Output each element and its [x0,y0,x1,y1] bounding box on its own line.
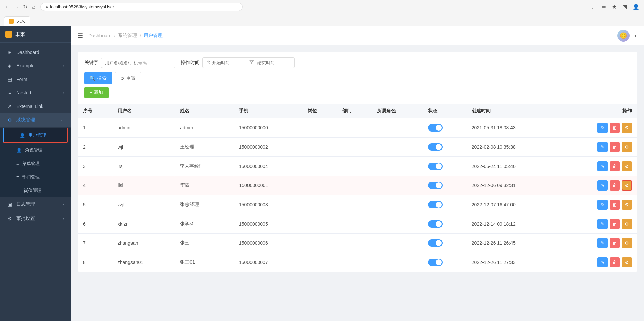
edit-button[interactable]: ✎ [597,123,608,133]
status-toggle[interactable] [428,124,443,132]
sub-menu-label: 用户管理 [28,132,46,138]
search-button[interactable]: 🔍 搜索 [84,72,112,84]
delete-icon: 🗑 [612,202,617,207]
cell-actions: ✎ 🗑 ⚙ [560,195,637,214]
delete-button[interactable]: 🗑 [610,123,620,133]
sidebar-item-nested[interactable]: ≡ Nested › [0,86,71,99]
sidebar-item-user-mgmt[interactable]: 👤 用户管理 [3,128,67,142]
settings-button[interactable]: ⚙ [622,180,632,191]
cell-status [422,118,466,138]
status-toggle[interactable] [428,163,443,170]
edit-button[interactable]: ✎ [597,219,608,229]
sidebar-item-label: Form [16,77,64,82]
address-bar[interactable]: ● localhost:9528/#/system/sysUser [40,3,243,11]
sidebar-item-label: 日志管理 [16,201,59,207]
translate-icon[interactable]:  [589,3,597,11]
delete-button[interactable]: 🗑 [610,180,620,191]
home-button[interactable]: ⌂ [30,4,37,10]
settings-icon: ⚙ [625,164,629,169]
cell-id: 5 [78,195,112,214]
sidebar-logo: 未来 [0,26,71,43]
settings-button[interactable]: ⚙ [622,219,632,229]
edit-button[interactable]: ✎ [597,257,608,267]
sidebar-item-external-link[interactable]: ↗ External Link [0,99,71,113]
col-phone: 手机 [234,104,302,118]
delete-button[interactable]: 🗑 [610,161,620,171]
end-date-input[interactable] [257,60,291,65]
bookmark-icon[interactable]: ★ [610,3,618,11]
sidebar-item-system[interactable]: ⚙ 系统管理 ⌄ [0,113,71,127]
avatar[interactable]: 😊 [617,30,630,42]
settings-button[interactable]: ⚙ [622,257,632,267]
cell-name: 张学科 [175,214,234,234]
url-text: localhost:9528/#/system/sysUser [50,4,114,9]
keyword-field: 关键字 [84,58,175,68]
cell-name: 张三 [175,234,234,253]
sidebar-item-dept-mgmt[interactable]: ≡ 部门管理 [0,170,71,184]
edit-button[interactable]: ✎ [597,142,608,152]
delete-button[interactable]: 🗑 [610,200,620,210]
add-button[interactable]: + 添加 [84,87,109,98]
chevron-right-icon: › [63,216,64,221]
back-button[interactable]: ← [4,4,11,10]
status-toggle[interactable] [428,143,443,151]
cell-post [302,118,337,138]
breadcrumb-system[interactable]: 系统管理 [118,33,137,39]
cell-phone: 15000000004 [234,157,302,176]
edit-button[interactable]: ✎ [597,238,608,248]
status-toggle[interactable] [428,239,443,247]
reset-button[interactable]: ↺ 重置 [115,72,141,84]
sidebar-item-log[interactable]: ▣ 日志管理 › [0,197,71,211]
settings-icon: ⚙ [625,240,629,246]
cell-actions: ✎ 🗑 ⚙ [560,234,637,253]
split-icon[interactable]: ◥ [621,3,629,11]
keyword-input[interactable] [101,58,175,68]
cell-name: 张总经理 [175,195,234,214]
table-row: 8zhangsan01张三0115000000007 2022-12-26 11… [78,253,637,272]
avatar-dropdown-icon[interactable]: ▼ [634,34,637,38]
status-toggle[interactable] [428,201,443,208]
settings-button[interactable]: ⚙ [622,238,632,248]
reset-icon: ↺ [120,76,124,81]
forward-button[interactable]: → [13,4,20,10]
status-toggle[interactable] [428,182,443,189]
sidebar-item-role-mgmt[interactable]: 👤 角色管理 [0,143,71,157]
edit-icon: ✎ [601,240,605,246]
chevron-right-icon: › [63,91,64,95]
delete-icon: 🗑 [612,260,617,265]
hamburger-icon[interactable]: ☰ [78,32,83,39]
delete-button[interactable]: 🗑 [610,238,620,248]
status-toggle[interactable] [428,220,443,228]
sidebar-item-post-mgmt[interactable]: ⋯ 岗位管理 [0,184,71,197]
reload-button[interactable]: ↻ [22,4,28,10]
sidebar-item-approval[interactable]: ⚙ 审批设置 › [0,211,71,226]
edit-button[interactable]: ✎ [597,180,608,191]
main-content: ☰ Dashboard / 系统管理 / 用户管理 😊 ▼ 关键 [71,26,644,321]
profile-icon[interactable]: 👤 [632,3,640,11]
delete-button[interactable]: 🗑 [610,257,620,267]
share-icon[interactable]: ⇒ [599,3,608,11]
add-btn-label: + 添加 [90,90,103,96]
cell-created: 2022-05-24 11:05:40 [466,157,560,176]
edit-button[interactable]: ✎ [597,161,608,171]
delete-button[interactable]: 🗑 [610,142,620,152]
sidebar-item-example[interactable]: ◈ Example › [0,59,71,72]
settings-button[interactable]: ⚙ [622,161,632,171]
status-toggle[interactable] [428,259,443,266]
logo-icon [5,31,12,38]
start-date-input[interactable] [212,60,246,65]
cell-status [422,214,466,234]
settings-button[interactable]: ⚙ [622,142,632,152]
delete-button[interactable]: 🗑 [610,219,620,229]
sidebar-item-menu-mgmt[interactable]: ≡ 菜单管理 [0,157,71,170]
cell-phone: 15000000005 [234,214,302,234]
sidebar-item-dashboard[interactable]: ⊞ Dashboard [0,46,71,59]
settings-button[interactable]: ⚙ [622,200,632,210]
settings-button[interactable]: ⚙ [622,123,632,133]
table-body: 1adminadmin15000000000 2021-05-31 18:08:… [78,118,637,272]
edit-button[interactable]: ✎ [597,200,608,210]
sidebar-item-form[interactable]: ▤ Form [0,72,71,86]
table-row: 4lisi李四15000000001 2022-12-06 09:32:31 ✎… [78,176,637,195]
breadcrumb-dashboard[interactable]: Dashboard [88,33,112,38]
active-tab[interactable]: 未来 [4,16,30,26]
